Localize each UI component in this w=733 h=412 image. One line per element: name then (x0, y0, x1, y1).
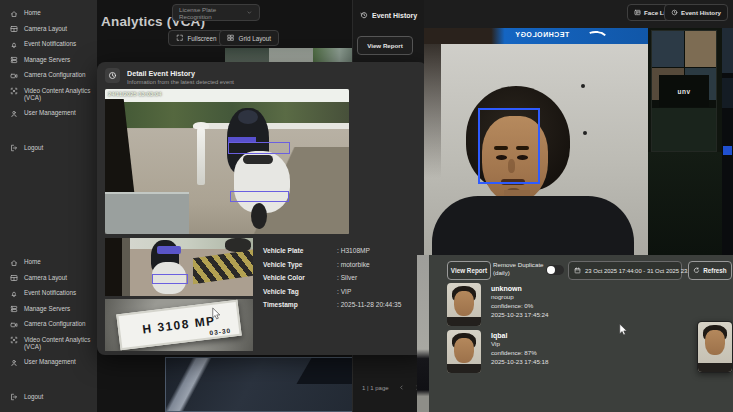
camera-feed-strip (225, 48, 357, 63)
face-event-group: nogroup (491, 293, 548, 302)
date-range-picker[interactable]: 23 Oct 2025 17:44:00 - 31 Oct 2025 23... (568, 261, 682, 280)
license-plate-text: H 3108 MP (142, 314, 217, 337)
background-artifact-strip (417, 255, 429, 412)
reflective-strip (722, 28, 733, 255)
mouse-cursor (619, 323, 628, 337)
pagination: 1 | 1 page (362, 384, 421, 391)
camera-feed-thumbnail (165, 357, 357, 412)
logout-icon (10, 393, 18, 401)
sidebar-item[interactable]: Event Notifications (10, 40, 92, 49)
chevron-left-icon[interactable] (398, 384, 405, 391)
camera-feed-segment (269, 48, 313, 63)
grid-layout-label: Grid Layout (239, 35, 272, 42)
sidebar-item[interactable]: Video Content Analytics (VCA) (10, 87, 92, 103)
sidebar-item[interactable]: Home (10, 9, 92, 18)
pagination-label: 1 | 1 page (362, 385, 389, 391)
face-event-text: Iqbal Vip confidence: 87% 2025-10-23 17:… (491, 330, 548, 373)
sidebar-item[interactable]: Video Content Analytics (VCA) (10, 336, 92, 352)
plate-bounding-box-label (228, 137, 256, 142)
face-event-group: Vip (491, 340, 548, 349)
grid-layout-button[interactable]: Grid Layout (219, 30, 279, 46)
sidebar-item[interactable]: Manage Servers (10, 305, 92, 314)
thumb-shirt (447, 364, 481, 373)
clock-icon (108, 71, 117, 80)
fullscreen-icon (176, 34, 184, 42)
recognition-mode-label: License Plate Recognition (179, 6, 246, 20)
face-recognition-section: Face Library Event History TECHNOLOGY (424, 0, 733, 412)
sidebar-item[interactable]: Camera Layout (10, 25, 92, 34)
home-icon (10, 10, 18, 18)
remove-duplicate-label: Remove Duplicate (daily) (493, 261, 544, 278)
face-event-timestamp: 2025-10-23 17:45:18 (491, 358, 548, 367)
license-plate-crop-image: H 3108 MP 03-30 (105, 299, 253, 351)
event-history-label: Event History (681, 9, 721, 16)
face-event-confidence: confidence: 0% (491, 302, 548, 311)
sidebar-item[interactable]: User Management (10, 109, 92, 118)
remove-duplicate-sub: (daily) (493, 269, 544, 277)
camera-feed-segment (313, 48, 357, 63)
sidebar-item-logout[interactable]: Logout (10, 143, 43, 152)
scooter-wheel (251, 203, 267, 229)
monitor-brand: unv (659, 75, 709, 107)
face-event-list: unknown nogroup confidence: 0% 2025-10-2… (447, 283, 687, 373)
sidebar-item[interactable]: Event Notifications (10, 289, 92, 298)
remove-duplicate-toggle[interactable] (546, 265, 564, 275)
banner-swoosh (585, 30, 609, 47)
sidebar-item-logout[interactable]: Logout (10, 392, 43, 401)
refresh-button[interactable]: Refresh (688, 261, 732, 280)
clock-icon-badge (105, 68, 120, 83)
face-thumbnail (447, 283, 481, 326)
thumb-face (454, 338, 474, 363)
face-thumbnail (698, 322, 732, 372)
carried-box (157, 246, 181, 254)
parked-motorbike (225, 238, 251, 252)
wheel-bounding-box (230, 191, 289, 202)
vehicle-detail-row: Vehicle Color : Silver (263, 275, 415, 282)
detail-event-modal: Detail Event History Information from th… (97, 62, 427, 355)
sidebar-item[interactable]: Manage Servers (10, 56, 92, 65)
concrete-platform (105, 192, 189, 234)
face-bounding-box (478, 108, 540, 184)
face-events-panel: View Report Remove Duplicate (daily) 23 … (429, 255, 733, 412)
event-notifications-icon (10, 41, 18, 49)
wall-dot (583, 131, 587, 135)
vehicle-detail-row: Timestamp : 2025-11-28 20:44:35 (263, 302, 415, 309)
shadow-band (296, 358, 357, 384)
clock-icon (671, 9, 678, 16)
cctv-tile (652, 108, 716, 151)
recognition-mode-dropdown[interactable]: License Plate Recognition (172, 4, 260, 21)
sidebar-item[interactable]: Camera Layout (10, 274, 92, 283)
vehicle-detail-value: : H3108MP (337, 248, 415, 255)
dark-left-edge (424, 28, 441, 178)
vehicle-detail-value: : VIP (337, 289, 415, 296)
vehicle-detail-label: Vehicle Tag (263, 289, 337, 296)
banner-mirrored-text: TECHNOLOGY (502, 31, 582, 38)
person-shirt (432, 196, 634, 255)
sidebar-item[interactable]: User Management (10, 358, 92, 367)
view-report-button[interactable]: View Report (447, 261, 491, 280)
video-timestamp-overlay: 24/11/2025 13:03:04 (108, 91, 162, 97)
dark-column (105, 238, 122, 296)
floating-face-thumbnail[interactable] (697, 321, 733, 373)
fullscreen-button[interactable]: Fullscreen (168, 30, 225, 46)
face-event-item[interactable]: unknown nogroup confidence: 0% 2025-10-2… (447, 283, 687, 326)
cctv-tile (652, 31, 684, 67)
sidebar-item[interactable]: Home (10, 258, 92, 267)
logout-label: Logout (24, 393, 43, 400)
camera-layout-icon (10, 25, 18, 33)
event-history-button[interactable]: Event History (664, 4, 728, 21)
date-range-label: 23 Oct 2025 17:44:00 - 31 Oct 2025 23... (585, 268, 692, 274)
home-icon (10, 259, 18, 267)
kiosk-base (648, 152, 722, 255)
vehicle-detail-value: : motorbike (337, 262, 415, 269)
blue-label (723, 146, 732, 155)
face-event-item[interactable]: Iqbal Vip confidence: 87% 2025-10-23 17:… (447, 330, 687, 373)
sidebar-item[interactable]: Camera Configuration (10, 71, 92, 80)
vehicle-detail-value: : Silver (337, 275, 415, 282)
view-report-button[interactable]: View Report (357, 36, 413, 55)
pavement-band (165, 357, 237, 412)
sidebar-item[interactable]: Camera Configuration (10, 320, 92, 329)
refresh-label: Refresh (703, 267, 726, 274)
plate-bounding-box (228, 142, 290, 154)
modal-title: Detail Event History (127, 69, 195, 78)
